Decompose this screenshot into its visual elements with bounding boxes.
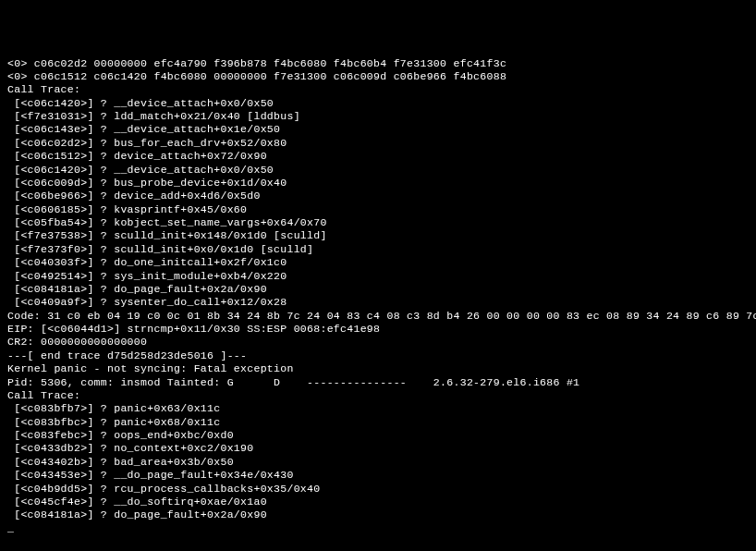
terminal-line: [<f7e37538>] ? sculld_init+0x148/0x1d0 [… (7, 229, 749, 242)
terminal-line: <0> c06c1512 c06c1420 f4bc6080 00000000 … (7, 70, 749, 83)
terminal-line: [<c0492514>] ? sys_init_module+0xb4/0x22… (7, 270, 749, 283)
terminal-line: [<c04b9dd5>] ? rcu_process_callbacks+0x3… (7, 483, 749, 496)
terminal-line: [<c083febc>] ? oops_end+0xbc/0xd0 (7, 429, 749, 442)
terminal-line: [<c084181a>] ? do_page_fault+0x2a/0x90 (7, 508, 749, 521)
terminal-line: [<c06c02d2>] ? bus_for_each_drv+0x52/0x8… (7, 137, 749, 150)
terminal-line: Pid: 5306, comm: insmod Tainted: G D ---… (7, 376, 749, 389)
terminal-line: [<c06c1420>] ? __device_attach+0x0/0x50 (7, 97, 749, 110)
terminal-line: Call Trace: (7, 83, 749, 96)
terminal-line: [<c043402b>] ? bad_area+0x3b/0x50 (7, 456, 749, 469)
terminal-line: [<c06c143e>] ? __device_attach+0x1e/0x50 (7, 123, 749, 136)
terminal-line: [<c05fba54>] ? kobject_set_name_vargs+0x… (7, 216, 749, 229)
terminal-line: <0> c06c02d2 00000000 efc4a790 f396b878 … (7, 57, 749, 70)
cursor: _ (7, 522, 14, 534)
terminal-line: [<c06c1512>] ? device_attach+0x72/0x90 (7, 150, 749, 163)
terminal-line: [<c083bfbc>] ? panic+0x68/0x11c (7, 416, 749, 429)
terminal-line: [<c084181a>] ? do_page_fault+0x2a/0x90 (7, 283, 749, 296)
terminal-line: CR2: 0000000000000000 (7, 336, 749, 349)
terminal-line: [<c040303f>] ? do_one_initcall+0x2f/0x1c… (7, 256, 749, 269)
terminal-line: [<c083bfb7>] ? panic+0x63/0x11c (7, 402, 749, 415)
terminal-line: [<c06c1420>] ? __device_attach+0x0/0x50 (7, 164, 749, 177)
terminal-line: [<c0409a9f>] ? sysenter_do_call+0x12/0x2… (7, 296, 749, 309)
kernel-panic-terminal: <0> c06c02d2 00000000 efc4a790 f396b878 … (7, 57, 749, 536)
terminal-line: ---[ end trace d75d258d23de5016 ]--- (7, 349, 749, 362)
terminal-line: [<c06c009d>] ? bus_probe_device+0x1d/0x4… (7, 177, 749, 190)
terminal-line: [<c06be966>] ? device_add+0x4d6/0x5d0 (7, 190, 749, 202)
terminal-line: Code: 31 c0 eb 04 19 c0 0c 01 8b 34 24 8… (7, 310, 749, 323)
terminal-line: Kernel panic - not syncing: Fatal except… (7, 362, 749, 375)
terminal-line: EIP: [<c06044d1>] strncmp+0x11/0x30 SS:E… (7, 323, 749, 336)
terminal-line: [<f7e373f0>] ? sculld_init+0x0/0x1d0 [sc… (7, 243, 749, 256)
cursor-line: _ (7, 522, 749, 535)
terminal-line: Call Trace: (7, 389, 749, 402)
terminal-line: [<f7e31031>] ? ldd_match+0x21/0x40 [lddb… (7, 110, 749, 123)
terminal-line: [<c043453e>] ? __do_page_fault+0x34e/0x4… (7, 469, 749, 482)
terminal-line: [<c0606185>] ? kvasprintf+0x45/0x60 (7, 203, 749, 216)
terminal-line: [<c045cf4e>] ? __do_softirq+0xae/0x1a0 (7, 496, 749, 508)
terminal-line: [<c0433db2>] ? no_context+0xc2/0x190 (7, 442, 749, 455)
